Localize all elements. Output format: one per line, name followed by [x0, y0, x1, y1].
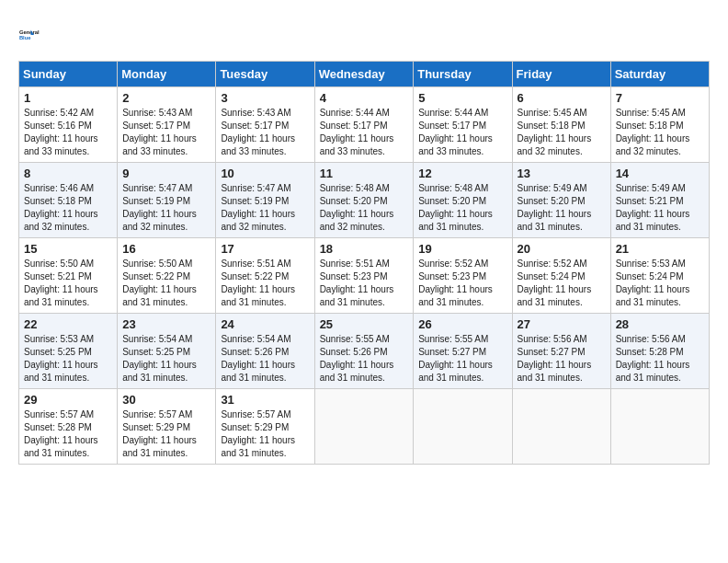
day-info: Sunrise: 5:43 AM Sunset: 5:17 PM Dayligh… [221, 107, 309, 158]
day-number: 23 [122, 317, 210, 331]
col-header-sunday: Sunday [19, 62, 118, 87]
day-info: Sunrise: 5:45 AM Sunset: 5:18 PM Dayligh… [518, 107, 606, 158]
day-info: Sunrise: 5:46 AM Sunset: 5:18 PM Dayligh… [24, 182, 112, 234]
page-header: General Blue [18, 18, 710, 52]
day-number: 17 [221, 242, 309, 256]
day-number: 1 [24, 91, 112, 105]
day-info: Sunrise: 5:55 AM Sunset: 5:26 PM Dayligh… [320, 333, 409, 385]
calendar-cell: 4Sunrise: 5:44 AM Sunset: 5:17 PM Daylig… [314, 87, 414, 163]
col-header-friday: Friday [512, 62, 610, 87]
day-info: Sunrise: 5:54 AM Sunset: 5:26 PM Dayligh… [221, 333, 309, 385]
calendar-cell: 24Sunrise: 5:54 AM Sunset: 5:26 PM Dayli… [216, 314, 314, 389]
day-number: 7 [616, 91, 704, 105]
calendar-cell [610, 389, 709, 465]
week-row-2: 8Sunrise: 5:46 AM Sunset: 5:18 PM Daylig… [19, 163, 710, 238]
calendar-cell: 10Sunrise: 5:47 AM Sunset: 5:19 PM Dayli… [216, 163, 314, 238]
day-info: Sunrise: 5:54 AM Sunset: 5:25 PM Dayligh… [122, 333, 210, 385]
day-info: Sunrise: 5:55 AM Sunset: 5:27 PM Dayligh… [418, 333, 506, 385]
day-number: 14 [616, 167, 704, 180]
day-number: 21 [616, 242, 704, 256]
calendar-cell: 9Sunrise: 5:47 AM Sunset: 5:19 PM Daylig… [118, 163, 216, 238]
calendar-cell: 25Sunrise: 5:55 AM Sunset: 5:26 PM Dayli… [314, 314, 414, 389]
day-number: 11 [320, 167, 409, 180]
day-number: 4 [320, 91, 409, 105]
day-number: 12 [418, 167, 506, 180]
day-info: Sunrise: 5:51 AM Sunset: 5:22 PM Dayligh… [221, 258, 309, 309]
day-info: Sunrise: 5:49 AM Sunset: 5:20 PM Dayligh… [518, 182, 606, 234]
calendar-cell: 28Sunrise: 5:56 AM Sunset: 5:28 PM Dayli… [610, 314, 709, 389]
day-number: 29 [24, 393, 112, 407]
calendar-cell: 23Sunrise: 5:54 AM Sunset: 5:25 PM Dayli… [118, 314, 216, 389]
day-info: Sunrise: 5:53 AM Sunset: 5:24 PM Dayligh… [616, 258, 704, 309]
calendar: SundayMondayTuesdayWednesdayThursdayFrid… [18, 61, 710, 465]
week-row-3: 15Sunrise: 5:50 AM Sunset: 5:21 PM Dayli… [19, 238, 710, 314]
day-number: 6 [518, 91, 606, 105]
calendar-cell: 5Sunrise: 5:44 AM Sunset: 5:17 PM Daylig… [414, 87, 512, 163]
day-number: 19 [418, 242, 506, 256]
calendar-cell: 30Sunrise: 5:57 AM Sunset: 5:29 PM Dayli… [118, 389, 216, 465]
day-info: Sunrise: 5:50 AM Sunset: 5:21 PM Dayligh… [24, 258, 112, 309]
day-number: 2 [122, 91, 210, 105]
calendar-cell: 22Sunrise: 5:53 AM Sunset: 5:25 PM Dayli… [19, 314, 118, 389]
calendar-cell: 3Sunrise: 5:43 AM Sunset: 5:17 PM Daylig… [216, 87, 314, 163]
calendar-cell: 19Sunrise: 5:52 AM Sunset: 5:23 PM Dayli… [414, 238, 512, 314]
day-number: 10 [221, 167, 309, 180]
day-number: 27 [518, 317, 606, 331]
day-info: Sunrise: 5:48 AM Sunset: 5:20 PM Dayligh… [418, 182, 506, 234]
col-header-thursday: Thursday [414, 62, 512, 87]
day-info: Sunrise: 5:48 AM Sunset: 5:20 PM Dayligh… [320, 182, 409, 234]
week-row-4: 22Sunrise: 5:53 AM Sunset: 5:25 PM Dayli… [19, 314, 710, 389]
calendar-cell: 6Sunrise: 5:45 AM Sunset: 5:18 PM Daylig… [512, 87, 610, 163]
week-row-5: 29Sunrise: 5:57 AM Sunset: 5:28 PM Dayli… [19, 389, 710, 465]
day-number: 30 [122, 393, 210, 407]
col-header-monday: Monday [118, 62, 216, 87]
calendar-cell: 18Sunrise: 5:51 AM Sunset: 5:23 PM Dayli… [314, 238, 414, 314]
svg-text:General: General [19, 29, 40, 35]
col-header-wednesday: Wednesday [314, 62, 414, 87]
day-info: Sunrise: 5:52 AM Sunset: 5:23 PM Dayligh… [418, 258, 506, 309]
calendar-cell: 31Sunrise: 5:57 AM Sunset: 5:29 PM Dayli… [216, 389, 314, 465]
day-info: Sunrise: 5:51 AM Sunset: 5:23 PM Dayligh… [320, 258, 409, 309]
calendar-cell: 15Sunrise: 5:50 AM Sunset: 5:21 PM Dayli… [19, 238, 118, 314]
day-info: Sunrise: 5:50 AM Sunset: 5:22 PM Dayligh… [122, 258, 210, 309]
calendar-cell [314, 389, 414, 465]
calendar-cell: 12Sunrise: 5:48 AM Sunset: 5:20 PM Dayli… [414, 163, 512, 238]
day-number: 20 [518, 242, 606, 256]
day-number: 18 [320, 242, 409, 256]
day-info: Sunrise: 5:56 AM Sunset: 5:27 PM Dayligh… [518, 333, 606, 385]
day-number: 9 [122, 167, 210, 180]
calendar-cell: 13Sunrise: 5:49 AM Sunset: 5:20 PM Dayli… [512, 163, 610, 238]
day-info: Sunrise: 5:57 AM Sunset: 5:29 PM Dayligh… [221, 408, 309, 460]
day-info: Sunrise: 5:44 AM Sunset: 5:17 PM Dayligh… [320, 107, 409, 158]
day-info: Sunrise: 5:44 AM Sunset: 5:17 PM Dayligh… [418, 107, 506, 158]
calendar-cell: 16Sunrise: 5:50 AM Sunset: 5:22 PM Dayli… [118, 238, 216, 314]
week-row-1: 1Sunrise: 5:42 AM Sunset: 5:16 PM Daylig… [19, 87, 710, 163]
day-info: Sunrise: 5:47 AM Sunset: 5:19 PM Dayligh… [122, 182, 210, 234]
calendar-cell: 29Sunrise: 5:57 AM Sunset: 5:28 PM Dayli… [19, 389, 118, 465]
day-number: 28 [616, 317, 704, 331]
day-info: Sunrise: 5:57 AM Sunset: 5:29 PM Dayligh… [122, 408, 210, 460]
day-info: Sunrise: 5:53 AM Sunset: 5:25 PM Dayligh… [24, 333, 112, 385]
calendar-cell: 21Sunrise: 5:53 AM Sunset: 5:24 PM Dayli… [610, 238, 709, 314]
calendar-cell: 17Sunrise: 5:51 AM Sunset: 5:22 PM Dayli… [216, 238, 314, 314]
day-number: 13 [518, 167, 606, 180]
col-header-tuesday: Tuesday [216, 62, 314, 87]
day-number: 31 [221, 393, 309, 407]
day-info: Sunrise: 5:49 AM Sunset: 5:21 PM Dayligh… [616, 182, 704, 234]
col-header-saturday: Saturday [610, 62, 709, 87]
day-number: 24 [221, 317, 309, 331]
day-number: 8 [24, 167, 112, 180]
day-info: Sunrise: 5:43 AM Sunset: 5:17 PM Dayligh… [122, 107, 210, 158]
calendar-cell [512, 389, 610, 465]
calendar-cell [414, 389, 512, 465]
calendar-cell: 20Sunrise: 5:52 AM Sunset: 5:24 PM Dayli… [512, 238, 610, 314]
svg-text:Blue: Blue [19, 35, 31, 40]
calendar-cell: 26Sunrise: 5:55 AM Sunset: 5:27 PM Dayli… [414, 314, 512, 389]
day-info: Sunrise: 5:57 AM Sunset: 5:28 PM Dayligh… [24, 408, 112, 460]
calendar-cell: 11Sunrise: 5:48 AM Sunset: 5:20 PM Dayli… [314, 163, 414, 238]
calendar-cell: 1Sunrise: 5:42 AM Sunset: 5:16 PM Daylig… [19, 87, 118, 163]
day-info: Sunrise: 5:47 AM Sunset: 5:19 PM Dayligh… [221, 182, 309, 234]
day-info: Sunrise: 5:56 AM Sunset: 5:28 PM Dayligh… [616, 333, 704, 385]
day-number: 25 [320, 317, 409, 331]
day-info: Sunrise: 5:42 AM Sunset: 5:16 PM Dayligh… [24, 107, 112, 158]
